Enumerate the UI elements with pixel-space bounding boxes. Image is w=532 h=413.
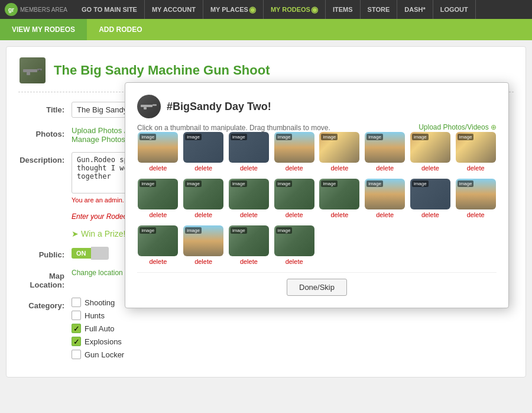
photo-item: image delete	[410, 132, 452, 172]
delete-link[interactable]: delete	[330, 164, 348, 172]
delete-link[interactable]: delete	[194, 164, 212, 172]
svg-rect-2	[27, 72, 30, 75]
nav-items[interactable]: ITEMS	[326, 0, 361, 19]
image-badge: image	[412, 180, 429, 187]
explosions-checkbox[interactable]: ✓	[72, 337, 81, 346]
page-title: The Big Sandy Machine Gun Shoot	[54, 63, 270, 78]
enter-rodeo-label	[18, 212, 72, 215]
photo-thumb[interactable]: image	[183, 179, 223, 209]
category-label: Category:	[18, 298, 72, 310]
image-badge: image	[458, 180, 474, 187]
photo-thumb[interactable]: image	[229, 132, 269, 163]
photo-thumb[interactable]: image	[319, 179, 359, 209]
modal-header: #BigSandy Day Two!	[137, 95, 497, 118]
photo-thumb[interactable]: image	[274, 179, 314, 209]
image-badge: image	[140, 180, 156, 187]
image-badge: image	[276, 180, 293, 187]
hunts-label: Hunts	[85, 311, 105, 320]
nav-my-places[interactable]: MY PLACES◉	[203, 0, 264, 19]
category-full-auto[interactable]: ✓ Full Auto	[72, 324, 514, 333]
image-badge: image	[366, 180, 383, 187]
delete-link[interactable]: delete	[467, 164, 485, 172]
photo-thumb[interactable]: image	[456, 132, 496, 163]
photo-thumb[interactable]: image	[229, 179, 269, 209]
nav-my-account[interactable]: MY ACCOUNT	[145, 0, 203, 19]
delete-link[interactable]: delete	[376, 164, 394, 172]
photo-thumb[interactable]: image	[456, 179, 496, 209]
nav-logout[interactable]: LOGOUT	[433, 0, 476, 19]
photo-thumb[interactable]: image	[138, 179, 178, 209]
photo-thumb[interactable]: image	[138, 132, 178, 163]
svg-rect-4	[141, 105, 153, 107]
photo-thumb[interactable]: image	[274, 132, 314, 163]
shooting-label: Shooting	[85, 298, 115, 307]
image-badge: image	[231, 227, 247, 234]
photo-thumb[interactable]: image	[274, 225, 314, 256]
photo-item: image delete	[183, 132, 225, 172]
nav-store[interactable]: STORE	[361, 0, 398, 19]
photo-thumb[interactable]: image	[410, 179, 450, 209]
photo-thumb[interactable]: image	[183, 132, 223, 163]
category-gun-locker[interactable]: Gun Locker	[72, 350, 514, 359]
shooting-checkbox[interactable]	[72, 298, 81, 307]
full-auto-label: Full Auto	[85, 324, 115, 333]
title-label: Title:	[18, 102, 72, 114]
delete-link[interactable]: delete	[240, 258, 258, 265]
full-auto-checkbox[interactable]: ✓	[72, 324, 81, 333]
category-hunts[interactable]: Hunts	[72, 311, 514, 320]
plus-icon: ⊕	[491, 123, 497, 131]
delete-link[interactable]: delete	[330, 211, 348, 218]
photo-item: image delete	[273, 179, 315, 218]
nav-my-rodeos[interactable]: MY RODEOS◉	[264, 0, 326, 19]
nav-main-site[interactable]: GO TO MAIN SITE	[74, 0, 145, 19]
photo-item: image delete	[364, 179, 406, 218]
photo-item: image delete	[137, 132, 179, 172]
photo-thumb[interactable]: image	[410, 132, 450, 163]
photo-thumb[interactable]: image	[365, 179, 405, 209]
done-skip-button[interactable]: Done/Skip	[287, 279, 347, 296]
image-badge: image	[412, 134, 429, 140]
delete-link[interactable]: delete	[240, 164, 258, 172]
nav-dash[interactable]: DASH*	[397, 0, 433, 19]
modal-icon	[137, 95, 161, 118]
delete-link[interactable]: delete	[286, 258, 303, 265]
delete-link[interactable]: delete	[376, 211, 394, 218]
delete-link[interactable]: delete	[194, 258, 212, 265]
delete-link[interactable]: delete	[286, 211, 303, 218]
star-icon: ➤	[72, 229, 79, 238]
main-content: The Big Sandy Machine Gun Shoot Title: P…	[6, 46, 526, 377]
photo-item: image delete	[319, 179, 361, 218]
modal-upload-link[interactable]: Upload Photos/Videos ⊕	[419, 123, 497, 131]
category-explosions[interactable]: ✓ Explosions	[72, 337, 514, 346]
photo-thumb[interactable]: image	[319, 132, 359, 163]
photo-thumb[interactable]: image	[229, 225, 269, 256]
photo-item: image delete	[455, 179, 497, 218]
photo-thumb[interactable]: image	[183, 225, 223, 256]
logo-area: gr MEMBERS AREA	[5, 3, 67, 16]
public-label: Public:	[18, 247, 72, 259]
delete-link[interactable]: delete	[149, 258, 167, 265]
gun-locker-checkbox[interactable]	[72, 350, 81, 359]
delete-link[interactable]: delete	[421, 211, 439, 218]
photos-label: Photos:	[18, 126, 72, 138]
delete-link[interactable]: delete	[149, 211, 167, 218]
modal-gun-svg	[140, 101, 158, 112]
photo-thumb[interactable]: image	[138, 225, 178, 256]
gun-svg	[22, 64, 43, 76]
delete-link[interactable]: delete	[194, 211, 212, 218]
photo-grid-row3: image delete image delete image delete i…	[137, 225, 497, 265]
delete-link[interactable]: delete	[149, 164, 167, 172]
delete-link[interactable]: delete	[240, 211, 258, 218]
gun-image	[20, 57, 46, 83]
subnav-add-rodeo[interactable]: ADD RODEO	[87, 19, 154, 40]
image-badge: image	[276, 134, 293, 140]
subnav-view-rodeos[interactable]: VIEW MY RODEOS	[0, 19, 87, 40]
photo-thumb[interactable]: image	[365, 132, 405, 163]
hunts-checkbox[interactable]	[72, 311, 81, 320]
image-badge: image	[140, 134, 156, 140]
photo-item: image delete	[273, 132, 315, 172]
image-badge: image	[321, 180, 338, 187]
delete-link[interactable]: delete	[467, 211, 485, 218]
delete-link[interactable]: delete	[286, 164, 303, 172]
delete-link[interactable]: delete	[421, 164, 439, 172]
